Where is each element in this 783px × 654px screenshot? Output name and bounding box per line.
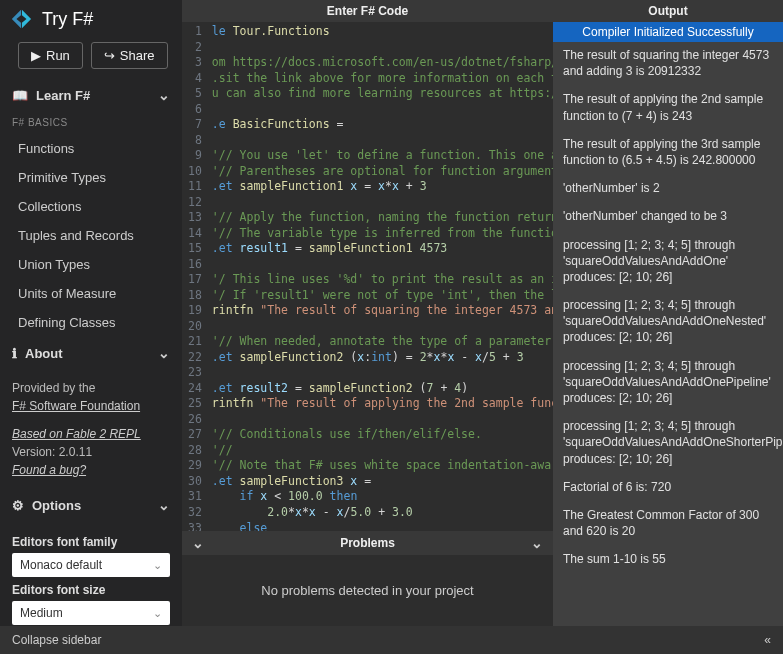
font-family-label: Editors font family [12, 535, 170, 549]
output-line: The result of applying the 2nd sample fu… [553, 86, 783, 130]
output-line: processing [1; 2; 3; 4; 5] through 'squa… [553, 353, 783, 414]
nav-list: FunctionsPrimitive TypesCollectionsTuple… [0, 134, 182, 337]
output-line: 'otherNumber' is 2 [553, 175, 783, 203]
output-line: The sum 1-10 is 55 [553, 546, 783, 574]
output-title: Output [553, 0, 783, 22]
bug-link[interactable]: Found a bug? [12, 463, 86, 477]
options-section-header[interactable]: ⚙Options ⌄ [0, 489, 182, 521]
font-size-select[interactable]: Medium [12, 601, 170, 625]
book-icon: 📖 [12, 88, 28, 103]
share-icon: ↪ [104, 48, 115, 63]
sidebar-item-union-types[interactable]: Union Types [0, 250, 182, 279]
collapse-label: Collapse sidebar [12, 633, 101, 647]
output-line: The Greatest Common Factor of 300 and 62… [553, 502, 783, 546]
run-button[interactable]: ▶Run [18, 42, 83, 69]
sidebar: Try F# ▶Run ↪Share 📖Learn F# ⌄ F# BASICS… [0, 0, 182, 626]
sidebar-item-tuples-and-records[interactable]: Tuples and Records [0, 221, 182, 250]
version-text: Version: 2.0.11 [12, 443, 170, 461]
chevron-down-icon: ⌄ [158, 497, 170, 513]
about-section-header[interactable]: ℹAbout ⌄ [0, 337, 182, 369]
chevron-down-icon[interactable]: ⌄ [531, 535, 543, 551]
fsharp-logo-icon [10, 8, 32, 30]
output-line: 'otherNumber' changed to be 3 [553, 203, 783, 231]
output-line: Factorial of 6 is: 720 [553, 474, 783, 502]
collapse-sidebar-button[interactable]: Collapse sidebar « [0, 626, 783, 654]
code-editor[interactable]: 1 2 3 4 5 6 7 8 9 10 11 12 13 14 15 16 1… [182, 22, 553, 531]
problems-label: Problems [204, 536, 531, 550]
sidebar-item-primitive-types[interactable]: Primitive Types [0, 163, 182, 192]
sidebar-item-units-of-measure[interactable]: Units of Measure [0, 279, 182, 308]
learn-section-header[interactable]: 📖Learn F# ⌄ [0, 79, 182, 111]
gear-icon: ⚙ [12, 498, 24, 513]
font-family-select[interactable]: Monaco default [12, 553, 170, 577]
output-line: The result of squaring the integer 4573 … [553, 42, 783, 86]
info-icon: ℹ [12, 346, 17, 361]
play-icon: ▶ [31, 48, 41, 63]
compiler-init: Compiler Initialized Successfully [553, 22, 783, 42]
basics-subheader: F# BASICS [0, 111, 182, 134]
learn-label: Learn F# [36, 88, 90, 103]
chevron-down-icon[interactable]: ⌄ [192, 535, 204, 551]
share-label: Share [120, 48, 155, 63]
chevron-down-icon: ⌄ [158, 87, 170, 103]
run-label: Run [46, 48, 70, 63]
output-line: processing [1; 2; 3; 4; 5] through 'squa… [553, 292, 783, 353]
about-label: About [25, 346, 63, 361]
output-body: Compiler Initialized Successfully The re… [553, 22, 783, 626]
problems-body: No problems detected in your project [182, 555, 553, 626]
sidebar-item-functions[interactable]: Functions [0, 134, 182, 163]
chevron-down-icon: ⌄ [158, 345, 170, 361]
foundation-link[interactable]: F# Software Foundation [12, 399, 140, 413]
output-line: The result of applying the 3rd sample fu… [553, 131, 783, 175]
provided-by: Provided by the [12, 379, 170, 397]
repl-link[interactable]: Based on Fable 2 REPL [12, 427, 141, 441]
output-line: processing [1; 2; 3; 4; 5] through 'squa… [553, 413, 783, 474]
options-label: Options [32, 498, 81, 513]
output-line: processing [1; 2; 3; 4; 5] through 'squa… [553, 232, 783, 293]
app-title: Try F# [42, 9, 93, 30]
share-button[interactable]: ↪Share [91, 42, 168, 69]
collapse-icon: « [764, 633, 771, 647]
sidebar-item-collections[interactable]: Collections [0, 192, 182, 221]
sidebar-item-defining-classes[interactable]: Defining Classes [0, 308, 182, 337]
editor-title: Enter F# Code [182, 0, 553, 22]
font-size-label: Editors font size [12, 583, 170, 597]
